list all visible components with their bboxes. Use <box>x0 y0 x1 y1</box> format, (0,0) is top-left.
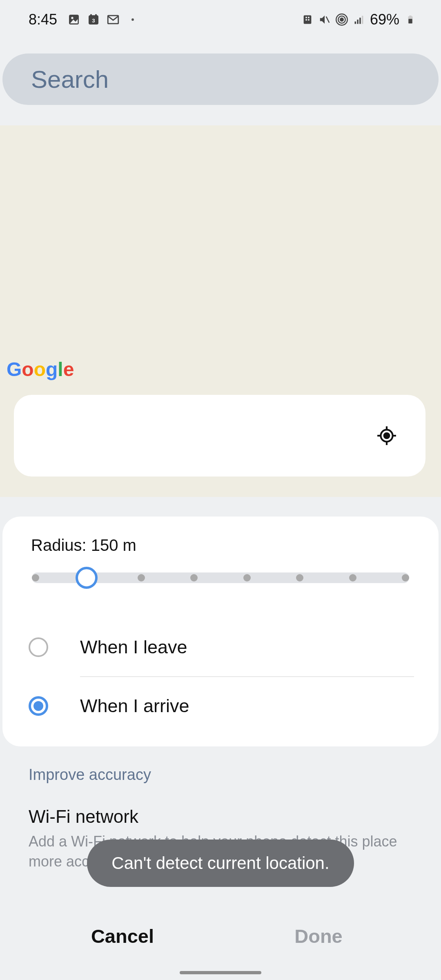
gallery-icon <box>67 13 81 27</box>
svg-rect-22 <box>409 15 412 16</box>
status-bar: 8:45 3 69% <box>0 0 441 39</box>
bottom-button-row: Cancel Done <box>24 925 416 947</box>
status-left: 8:45 3 <box>29 11 140 28</box>
svg-rect-17 <box>354 21 356 24</box>
battery-icon <box>404 13 416 26</box>
status-time: 8:45 <box>29 11 57 28</box>
svg-rect-18 <box>357 20 359 24</box>
svg-rect-4 <box>95 14 97 17</box>
radius-trigger-card: Radius: 150 m When I leave When I arrive <box>2 517 439 746</box>
svg-rect-23 <box>408 19 412 23</box>
svg-rect-9 <box>305 17 307 18</box>
svg-rect-11 <box>305 19 307 20</box>
svg-rect-10 <box>308 17 310 18</box>
nav-handle[interactable] <box>180 971 261 974</box>
google-logo: Google <box>7 358 74 381</box>
radius-slider-thumb[interactable] <box>76 567 98 589</box>
radius-label: Radius: 150 m <box>2 536 439 555</box>
radio-off-icon[interactable] <box>29 637 48 657</box>
done-button[interactable]: Done <box>220 925 416 947</box>
mute-vibrate-icon <box>318 13 331 26</box>
hotspot-icon <box>336 13 348 26</box>
svg-rect-19 <box>359 18 361 24</box>
wifi-network-title[interactable]: Wi-Fi network <box>29 806 412 827</box>
radius-slider[interactable] <box>2 572 439 583</box>
calendar-icon: 3 <box>87 13 100 27</box>
svg-rect-8 <box>304 15 312 24</box>
improve-heading: Improve accuracy <box>29 766 412 784</box>
svg-line-13 <box>326 16 330 22</box>
location-info-card <box>14 395 425 477</box>
cancel-button[interactable]: Cancel <box>24 925 220 947</box>
wifi-network-subtitle: Add a Wi-Fi network to help your phone d… <box>29 832 412 871</box>
improve-accuracy-section: Improve accuracy Wi-Fi network Add a Wi-… <box>0 746 441 871</box>
svg-point-1 <box>71 17 73 19</box>
status-right: 69% <box>301 11 416 28</box>
radio-on-icon[interactable] <box>29 696 48 716</box>
trigger-option-arrive[interactable]: When I arrive <box>2 677 439 735</box>
search-bar[interactable] <box>2 53 439 105</box>
my-location-button[interactable] <box>376 425 397 446</box>
svg-rect-20 <box>362 16 363 24</box>
gmail-icon <box>106 13 120 27</box>
app-icon <box>301 13 314 26</box>
svg-rect-3 <box>90 14 92 17</box>
svg-text:3: 3 <box>92 17 95 23</box>
signal-icon <box>353 13 365 26</box>
svg-point-14 <box>340 18 343 21</box>
map-area[interactable]: Google <box>0 125 441 497</box>
trigger-option-leave[interactable]: When I leave <box>2 618 439 676</box>
search-input[interactable] <box>31 65 410 94</box>
notification-dot-icon <box>126 13 140 27</box>
svg-point-25 <box>384 433 390 439</box>
battery-text: 69% <box>370 11 399 28</box>
svg-point-7 <box>131 18 134 21</box>
trigger-label: When I arrive <box>80 695 189 717</box>
trigger-label: When I leave <box>80 637 187 658</box>
svg-rect-12 <box>308 19 310 20</box>
